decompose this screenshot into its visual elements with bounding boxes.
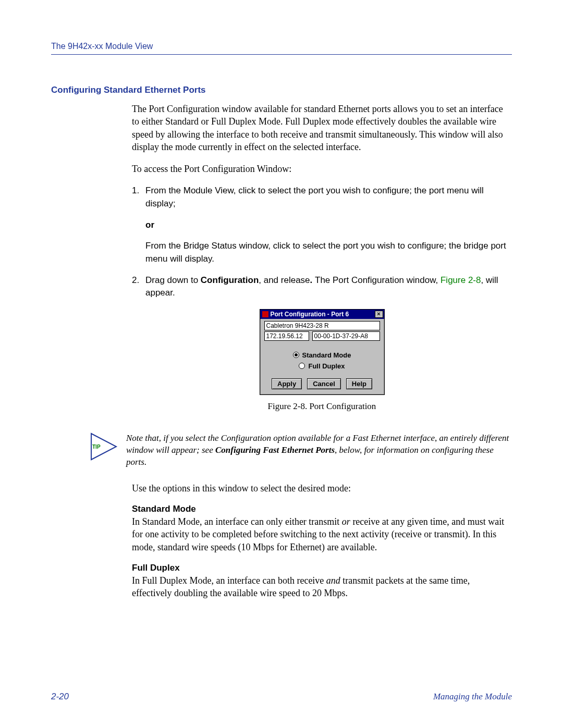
radio-standard-mode[interactable]: Standard Mode [293,351,351,359]
section-title: Configuring Standard Ethernet Ports [51,85,512,95]
step-2-bold: Configuration [201,275,259,285]
tip-bold: Configuring Fast Ethernet Ports [215,445,335,455]
step-2-dot: . [310,275,315,285]
ip-field[interactable]: 172.19.56.12 [264,331,309,341]
step-1b-text: From the Bridge Status window, click to … [145,240,512,265]
dialog-titlebar[interactable]: Port Configuration - Port 6 × [260,310,384,319]
fd-and: and [326,575,340,586]
header-rule [51,54,512,55]
help-button[interactable]: Help [346,378,372,389]
intro-paragraph-2: To access the Port Configuration Window: [132,163,512,175]
figure-link[interactable]: Figure 2-8 [440,275,481,285]
radio-icon [293,352,299,358]
cancel-button[interactable]: Cancel [307,378,341,389]
steps-list: 1. From the Module View, click to select… [132,184,512,299]
step-2-mid1: , and release [259,275,310,285]
full-duplex-heading: Full Duplex [132,563,512,573]
step-2-text: Drag down to Configuration, and release.… [145,274,512,300]
figure-caption: Figure 2-8. Port Configuration [132,401,512,412]
page-footer: 2-20 Managing the Module [51,692,512,702]
std-text-a: In Standard Mode, an interface can only … [132,516,342,527]
device-name-field[interactable]: Cabletron 9H423-28 R [264,321,380,330]
chapter-title: Managing the Module [433,692,512,702]
radio-full-duplex-label: Full Duplex [308,362,345,370]
step-2-mid2: The Port Configuration window, [315,275,440,285]
usage-paragraph: Use the options in this window to select… [132,482,512,495]
step-number: 2. [132,274,145,300]
intro-paragraph-1: The Port Configuration window available … [132,103,512,153]
mac-field[interactable]: 00-00-1D-37-29-A8 [312,331,380,341]
dialog-title: Port Configuration - Port 6 [271,311,349,318]
step-number: 1. [132,184,145,210]
radio-full-duplex[interactable]: Full Duplex [299,362,345,370]
standard-mode-paragraph: In Standard Mode, an interface can only … [132,515,512,553]
fd-text-a: In Full Duplex Mode, an interface can bo… [132,575,326,586]
step-1-text: From the Module View, click to select th… [145,184,512,210]
radio-icon [299,363,305,369]
close-icon[interactable]: × [375,311,383,318]
step-2-pre: Drag down to [145,275,201,285]
apply-button[interactable]: Apply [272,378,302,389]
standard-mode-heading: Standard Mode [132,504,512,514]
std-or: or [342,516,350,527]
tip-note: TIP Note that, if you select the Configu… [51,433,512,468]
port-configuration-dialog: Port Configuration - Port 6 × Cabletron … [260,309,385,395]
page-number: 2-20 [51,692,69,702]
full-duplex-paragraph: In Full Duplex Mode, an interface can bo… [132,574,512,600]
page-header: The 9H42x-xx Module View [51,42,512,54]
step-or: or [145,219,512,232]
app-icon [262,311,268,317]
tip-arrow-icon: TIP [90,433,119,461]
tip-label: TIP [92,444,101,450]
radio-standard-label: Standard Mode [302,351,351,359]
